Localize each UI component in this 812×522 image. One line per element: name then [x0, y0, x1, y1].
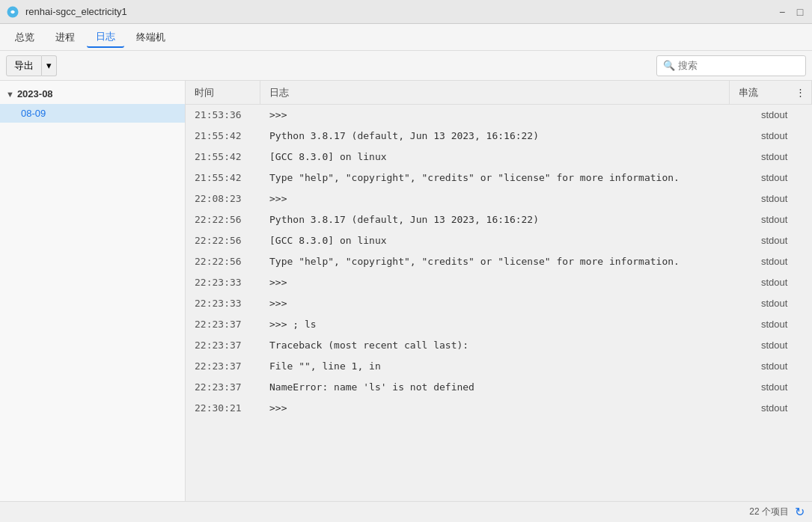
log-header: 时间 日志 串流 ⋮	[186, 81, 812, 105]
cell-log: >>>	[260, 274, 752, 291]
search-input[interactable]	[678, 60, 798, 71]
maximize-button[interactable]: □	[794, 6, 806, 18]
table-row[interactable]: 22:23:33 >>> stdout	[186, 293, 812, 314]
cell-log: [GCC 8.3.0] on linux	[260, 232, 752, 249]
cell-log: Type "help", "copyright", "credits" or "…	[260, 253, 752, 270]
title-bar: renhai-sgcc_electricity1 − □	[0, 0, 812, 24]
cell-stream: stdout	[752, 378, 812, 396]
cell-stream: stdout	[752, 148, 812, 165]
window-title: renhai-sgcc_electricity1	[25, 6, 127, 17]
cell-stream: stdout	[752, 316, 812, 333]
sidebar: ▼ 2023-08 08-09	[0, 81, 186, 501]
table-row[interactable]: 22:08:23 >>> stdout	[186, 188, 812, 209]
title-bar-left: renhai-sgcc_electricity1	[6, 5, 127, 19]
table-row[interactable]: 22:23:37 Traceback (most recent call las…	[186, 335, 812, 356]
table-row[interactable]: 22:22:56 Python 3.8.17 (default, Jun 13 …	[186, 209, 812, 230]
cell-log: >>>	[260, 295, 752, 312]
main-content: ▼ 2023-08 08-09 时间 日志 串流 ⋮ 21:53:36 >>> …	[0, 81, 812, 501]
chevron-icon: ▼	[6, 90, 14, 99]
table-row[interactable]: 22:22:56 [GCC 8.3.0] on linux stdout	[186, 230, 812, 251]
minimize-button[interactable]: −	[776, 6, 788, 18]
table-row[interactable]: 22:22:56 Type "help", "copyright", "cred…	[186, 251, 812, 272]
cell-log: >>>	[260, 399, 752, 417]
log-body: 21:53:36 >>> stdout 21:55:42 Python 3.8.…	[186, 105, 812, 501]
refresh-icon[interactable]: ↻	[795, 505, 805, 519]
cell-log: >>>	[260, 190, 752, 207]
menu-item-overview[interactable]: 总览	[6, 28, 43, 47]
app-logo	[6, 5, 19, 19]
cell-log: Python 3.8.17 (default, Jun 13 2023, 16:…	[260, 211, 752, 228]
search-icon: 🔍	[663, 60, 675, 71]
chevron-down-icon: ▾	[46, 60, 52, 71]
cell-time: 22:22:56	[186, 211, 260, 228]
menu-bar: 总览 进程 日志 终端机	[0, 24, 812, 51]
cell-stream: stdout	[752, 106, 812, 123]
cell-stream: stdout	[752, 357, 812, 375]
cell-stream: stdout	[752, 211, 812, 228]
cell-stream: stdout	[752, 169, 812, 186]
cell-time: 21:55:42	[186, 169, 260, 186]
cell-time: 21:55:42	[186, 127, 260, 144]
cell-time: 22:23:37	[186, 357, 260, 375]
table-row[interactable]: 22:23:37 File "", line 1, in stdout	[186, 356, 812, 377]
header-log: 日志	[260, 81, 730, 104]
more-icon[interactable]: ⋮	[796, 87, 805, 98]
cell-stream: stdout	[752, 127, 812, 144]
title-bar-controls: − □	[776, 6, 806, 18]
sidebar-group-2023-08: ▼ 2023-08 08-09	[0, 81, 185, 126]
table-row[interactable]: 22:23:37 NameError: name 'ls' is not def…	[186, 377, 812, 398]
cell-time: 22:23:37	[186, 316, 260, 333]
sidebar-group-header[interactable]: ▼ 2023-08	[0, 84, 185, 104]
cell-stream: stdout	[752, 295, 812, 312]
cell-time: 22:22:56	[186, 253, 260, 270]
cell-log: >>> ; ls	[260, 316, 752, 333]
table-row[interactable]: 21:53:36 >>> stdout	[186, 105, 812, 126]
header-stream: 串流	[730, 81, 790, 104]
cell-stream: stdout	[752, 399, 812, 417]
table-row[interactable]: 22:23:33 >>> stdout	[186, 272, 812, 293]
table-row[interactable]: 21:55:42 Type "help", "copyright", "cred…	[186, 168, 812, 188]
menu-item-log[interactable]: 日志	[87, 27, 124, 48]
sidebar-group-label: 2023-08	[17, 88, 53, 99]
cell-time: 22:30:21	[186, 399, 260, 417]
header-more: ⋮	[790, 81, 812, 104]
cell-time: 22:23:37	[186, 337, 260, 354]
export-dropdown-button[interactable]: ▾	[42, 55, 57, 76]
cell-log: >>>	[260, 106, 752, 123]
header-time: 时间	[186, 81, 260, 104]
toolbar-left: 导出 ▾	[6, 55, 57, 76]
cell-stream: stdout	[752, 232, 812, 249]
toolbar: 导出 ▾ 🔍	[0, 51, 812, 81]
cell-stream: stdout	[752, 337, 812, 354]
table-row[interactable]: 22:23:37 >>> ; ls stdout	[186, 314, 812, 335]
cell-time: 22:23:33	[186, 274, 260, 291]
export-button[interactable]: 导出	[6, 55, 42, 76]
menu-item-process[interactable]: 进程	[46, 28, 84, 47]
cell-time: 21:53:36	[186, 106, 260, 123]
cell-log: NameError: name 'ls' is not defined	[260, 378, 752, 396]
cell-log: File "", line 1, in	[260, 357, 752, 375]
cell-stream: stdout	[752, 253, 812, 270]
item-count: 22 个项目	[749, 506, 789, 518]
status-bar: 22 个项目 ↻	[0, 501, 812, 522]
cell-time: 22:23:37	[186, 378, 260, 396]
cell-stream: stdout	[752, 190, 812, 207]
cell-time: 22:08:23	[186, 190, 260, 207]
cell-log: Python 3.8.17 (default, Jun 13 2023, 16:…	[260, 127, 752, 144]
table-row[interactable]: 21:55:42 [GCC 8.3.0] on linux stdout	[186, 147, 812, 168]
log-area: 时间 日志 串流 ⋮ 21:53:36 >>> stdout 21:55:42 …	[186, 81, 812, 501]
menu-item-terminal[interactable]: 终端机	[127, 28, 174, 47]
search-box: 🔍	[656, 55, 806, 76]
cell-log: [GCC 8.3.0] on linux	[260, 148, 752, 165]
table-row[interactable]: 21:55:42 Python 3.8.17 (default, Jun 13 …	[186, 126, 812, 147]
table-row[interactable]: 22:30:21 >>> stdout	[186, 398, 812, 419]
cell-time: 22:22:56	[186, 232, 260, 249]
cell-log: Type "help", "copyright", "credits" or "…	[260, 169, 752, 186]
sidebar-item-08-09[interactable]: 08-09	[0, 104, 185, 123]
cell-time: 21:55:42	[186, 148, 260, 165]
cell-stream: stdout	[752, 274, 812, 291]
cell-log: Traceback (most recent call last):	[260, 337, 752, 354]
cell-time: 22:23:33	[186, 295, 260, 312]
